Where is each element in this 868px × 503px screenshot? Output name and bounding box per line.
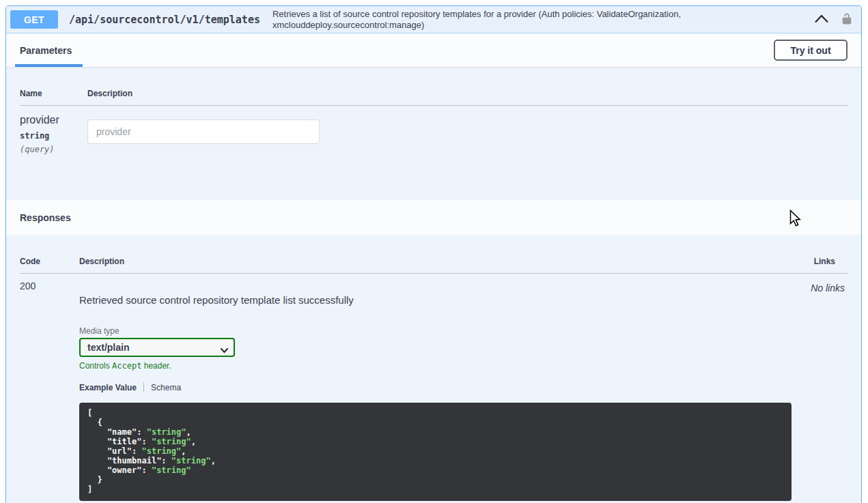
accept-header-hint: Controls Accept header. xyxy=(79,361,793,371)
response-code: 200 xyxy=(20,274,79,501)
example-schema-tabs: Example Value Schema xyxy=(79,383,793,392)
parameter-row: provider string (query) xyxy=(20,106,848,154)
parameter-name: provider xyxy=(20,106,87,126)
endpoint-path: /api/sourcecontrol/v1/templates xyxy=(69,14,260,26)
chevron-up-icon xyxy=(814,14,829,25)
parameter-location: (query) xyxy=(20,145,87,154)
endpoint-description: Retrieves a list of source control repos… xyxy=(272,8,813,31)
tab-parameters-label: Parameters xyxy=(20,45,72,56)
tab-parameters[interactable]: Parameters xyxy=(20,33,77,67)
parameters-section: Name Description provider string (query) xyxy=(6,67,861,199)
tab-example-value[interactable]: Example Value xyxy=(79,383,137,392)
collapse-button[interactable] xyxy=(813,13,830,27)
column-header-name: Name xyxy=(20,89,87,98)
column-header-description: Description xyxy=(87,89,848,98)
responses-table-header: Code Description Links xyxy=(20,235,848,274)
operation-summary[interactable]: GET /api/sourcecontrol/v1/templates Retr… xyxy=(6,6,861,33)
method-badge: GET xyxy=(10,10,58,29)
mouse-cursor xyxy=(789,210,802,231)
responses-section: Code Description Links 200 Retrieved sou… xyxy=(6,235,861,501)
unlock-icon xyxy=(841,12,853,27)
parameter-type: string xyxy=(20,131,87,141)
try-it-out-button[interactable]: Try it out xyxy=(774,40,848,61)
operation-block-get-templates: GET /api/sourcecontrol/v1/templates Retr… xyxy=(5,5,862,503)
active-tab-underline xyxy=(15,64,83,67)
accept-code: Accept xyxy=(112,361,141,371)
parameter-provider-input[interactable] xyxy=(87,119,320,144)
column-header-links: Links xyxy=(793,257,848,266)
parameters-header: Parameters Try it out xyxy=(6,33,861,67)
media-type-label: Media type xyxy=(79,326,793,336)
media-type-select[interactable]: text/plain xyxy=(79,338,235,357)
column-header-code: Code xyxy=(20,257,79,266)
example-code: [ { "name": "string", "title": "string",… xyxy=(79,403,792,501)
response-description: Retrieved source control repository temp… xyxy=(79,294,793,306)
responses-header: Responses xyxy=(6,199,861,235)
column-header-description: Description xyxy=(79,257,793,266)
tab-separator xyxy=(143,383,144,392)
parameters-table-header: Name Description xyxy=(20,67,848,106)
response-row-200: 200 Retrieved source control repository … xyxy=(20,274,848,501)
tab-schema[interactable]: Schema xyxy=(151,383,181,392)
responses-title: Responses xyxy=(20,212,71,223)
auth-button[interactable] xyxy=(839,11,854,29)
response-links: No links xyxy=(793,274,848,501)
